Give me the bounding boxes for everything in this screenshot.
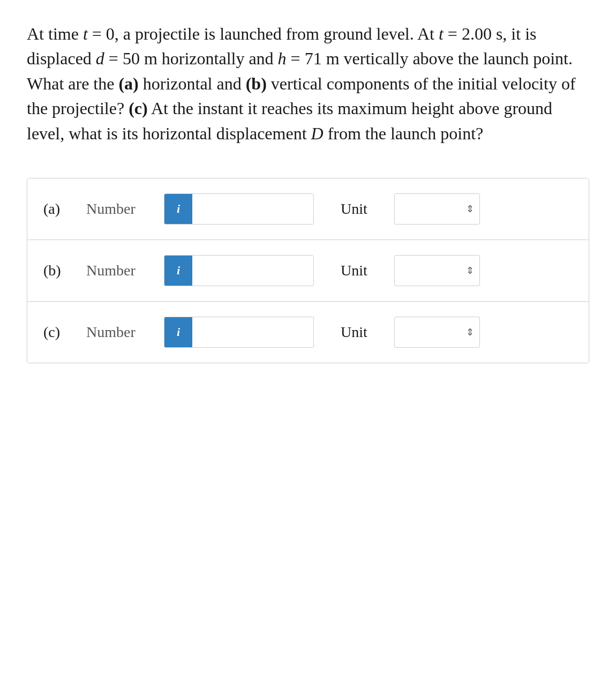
unit-select-wrapper-c: m km ft ⇕: [394, 317, 480, 348]
number-input-c[interactable]: [192, 317, 314, 347]
unit-select-a[interactable]: m/s km/s ft/s: [395, 194, 466, 224]
part-label-b: (b): [43, 262, 81, 279]
chevron-down-icon-b: ⇕: [466, 265, 474, 276]
info-button-b[interactable]: i: [164, 256, 192, 286]
chevron-down-icon-c: ⇕: [466, 326, 474, 338]
chevron-down-icon-a: ⇕: [466, 203, 474, 215]
answer-row-b: (b) Number i Unit m/s km/s ft/s ⇕: [27, 240, 589, 302]
number-input-b[interactable]: [192, 256, 314, 286]
unit-select-c[interactable]: m km ft: [395, 317, 466, 347]
unit-select-wrapper-a: m/s km/s ft/s ⇕: [394, 193, 480, 225]
info-button-a[interactable]: i: [164, 194, 192, 224]
unit-select-wrapper-b: m/s km/s ft/s ⇕: [394, 255, 480, 286]
number-input-group-a: i: [164, 193, 314, 225]
unit-select-b[interactable]: m/s km/s ft/s: [395, 256, 466, 286]
number-input-group-b: i: [164, 255, 314, 286]
part-label-a: (a): [43, 200, 81, 218]
unit-label-a: Unit: [341, 200, 384, 218]
answer-row-a: (a) Number i Unit m/s km/s ft/s ⇕: [27, 178, 589, 240]
unit-label-c: Unit: [341, 324, 384, 341]
problem-text: At time t = 0, a projectile is launched …: [27, 21, 589, 146]
number-input-a[interactable]: [192, 194, 314, 224]
answer-section: (a) Number i Unit m/s km/s ft/s ⇕ (b) Nu…: [27, 178, 589, 363]
unit-label-b: Unit: [341, 262, 384, 279]
number-label-c: Number: [86, 324, 156, 341]
part-label-c: (c): [43, 324, 81, 341]
info-button-c[interactable]: i: [164, 317, 192, 347]
number-input-group-c: i: [164, 317, 314, 348]
answer-row-c: (c) Number i Unit m km ft ⇕: [27, 302, 589, 363]
number-label-b: Number: [86, 262, 156, 279]
number-label-a: Number: [86, 200, 156, 218]
